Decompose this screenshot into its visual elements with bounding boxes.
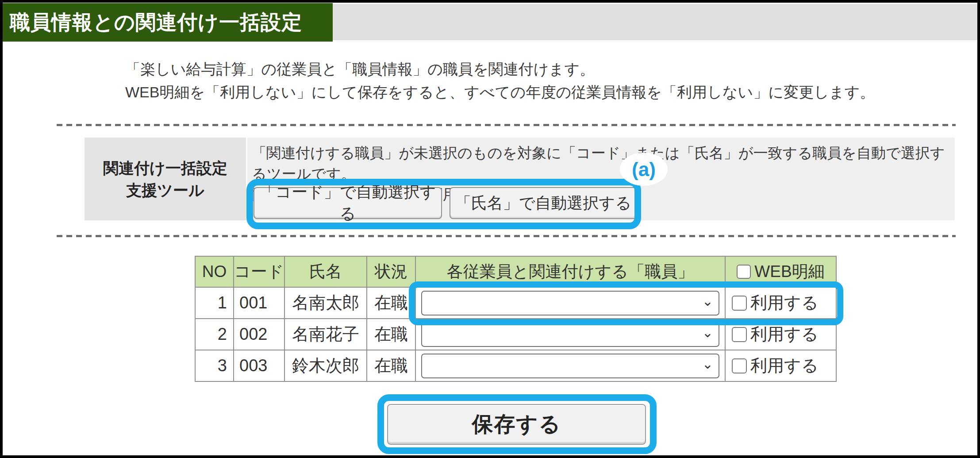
dashed-divider-top <box>57 124 956 126</box>
use-web-checkbox-row-3[interactable] <box>732 358 747 373</box>
use-web-checkbox-row-2[interactable] <box>732 327 747 342</box>
use-web-label: 利用する <box>750 325 819 343</box>
employee-association-table: NO コード 氏名 状況 各従業員と関連付けする「職員」 WEB明細 1 001… <box>195 256 837 382</box>
table-row: 3 003 鈴木次郎 在職 ⌄ 利用する <box>195 350 836 381</box>
cell-no: 2 <box>195 319 234 350</box>
page-title: 職員情報との関連付け一括設定 <box>3 3 333 42</box>
support-tool-label-line1: 関連付け一括設定 <box>103 157 227 179</box>
cell-name: 鈴木次郎 <box>284 350 367 381</box>
auto-select-by-code-button[interactable]: 「コード」で自動選択する <box>254 187 442 219</box>
use-web-label: 利用する <box>750 293 819 312</box>
intro-line-1: 「楽しい給与計算」の従業員と「職員情報」の職員を関連付けます。 <box>125 58 922 81</box>
support-tool-label-line2: 支援ツール <box>126 179 204 201</box>
header-web-label: WEB明細 <box>754 261 824 283</box>
cell-name: 名南花子 <box>284 319 367 350</box>
cell-name: 名南太郎 <box>284 287 367 319</box>
header-staff: 各従業員と関連付けする「職員」 <box>415 256 725 287</box>
cell-code: 002 <box>234 319 284 350</box>
header-web: WEB明細 <box>725 256 836 287</box>
annotation-a-label: (a) <box>632 158 656 181</box>
annotation-a-bubble: (a) <box>620 153 668 186</box>
header-no: NO <box>195 256 234 287</box>
auto-select-by-name-button[interactable]: 「氏名」で自動選択する <box>450 187 637 219</box>
header-name: 氏名 <box>284 256 367 287</box>
cell-status: 在職 <box>367 287 415 319</box>
cell-code: 003 <box>234 350 284 381</box>
table-row: 1 001 名南太郎 在職 ⌄ 利用する <box>195 287 836 319</box>
cell-no: 3 <box>195 350 234 381</box>
table-header-row: NO コード 氏名 状況 各従業員と関連付けする「職員」 WEB明細 <box>195 256 836 287</box>
support-tool-label: 関連付け一括設定 支援ツール <box>85 138 246 220</box>
staff-select-row-3[interactable] <box>421 354 719 378</box>
cell-status: 在職 <box>367 319 415 350</box>
use-web-label: 利用する <box>750 356 819 375</box>
support-tool-description-line1: 「関連付けする職員」が未選択のものを対象に「コード」または「氏名」が一致する職員… <box>252 142 951 184</box>
table-row: 2 002 名南花子 在職 ⌄ 利用する <box>195 319 836 350</box>
use-web-checkbox-row-1[interactable] <box>732 296 747 311</box>
intro-text: 「楽しい給与計算」の従業員と「職員情報」の職員を関連付けます。 WEB明細を「利… <box>125 58 922 104</box>
header-code: コード <box>234 256 284 287</box>
staff-select-row-2[interactable] <box>421 322 719 347</box>
save-button[interactable]: 保存する <box>387 404 646 445</box>
intro-line-2: WEB明細を「利用しない」にして保存をすると、すべての年度の従業員情報を「利用し… <box>125 81 922 104</box>
cell-status: 在職 <box>367 350 415 381</box>
web-detail-header-checkbox[interactable] <box>737 265 751 279</box>
cell-code: 001 <box>234 287 284 319</box>
header-status: 状況 <box>367 256 415 287</box>
staff-select-row-1[interactable] <box>421 291 719 316</box>
dashed-divider-bottom <box>57 235 956 237</box>
cell-no: 1 <box>195 287 234 319</box>
